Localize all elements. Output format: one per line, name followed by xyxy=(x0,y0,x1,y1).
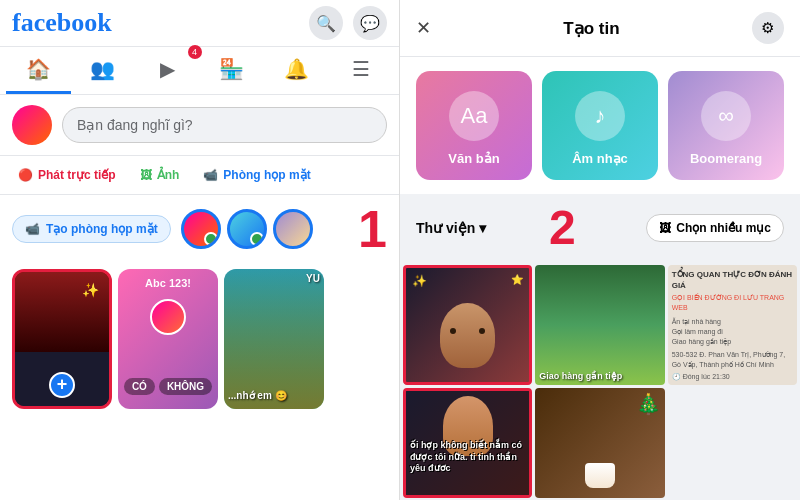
tab-watch[interactable]: ▶ 4 xyxy=(135,47,200,94)
food-bg-overlay xyxy=(224,269,324,409)
meme-text-overlay: ối hợp không biết nắm có được tôi nữa. t… xyxy=(410,440,525,475)
library-dropdown-icon: ▾ xyxy=(479,220,486,236)
sparkle-icon: ✨ xyxy=(82,282,99,298)
tab-marketplace[interactable]: 🏪 xyxy=(200,47,265,94)
nav-tabs: 🏠 👥 ▶ 4 🏪 🔔 ☰ xyxy=(0,47,399,95)
media-grid: ✨ ⭐ Giao hàng gần tiệp TỔNG QUAN THỰC ĐƠ… xyxy=(400,262,800,500)
room-button[interactable]: 📹 Phòng họp mặt xyxy=(193,162,320,188)
tab-notifications[interactable]: 🔔 xyxy=(264,47,329,94)
time-text: Đóng lúc 21:30 xyxy=(683,372,730,382)
room-label: Phòng họp mặt xyxy=(223,168,310,182)
messenger-icon[interactable]: 💬 xyxy=(353,6,387,40)
map-detail: GỌI BIẾN ĐƯỜNG ĐI LƯU TRANG WEB xyxy=(672,293,793,313)
post-box: Bạn đang nghĩ gì? xyxy=(0,95,399,156)
tab-home[interactable]: 🏠 xyxy=(6,47,71,94)
library-text: Thư viện xyxy=(416,220,475,236)
map-location: 530-532 Đ. Phan Văn Trị, Phường 7, Gò Vấ… xyxy=(672,350,793,370)
map-address: Ăn tại nhà hàngGọi làm mang điGiao hàng … xyxy=(672,317,793,346)
library-label[interactable]: Thư viện ▾ xyxy=(416,220,486,236)
story-card-3-tag: YU xyxy=(306,273,320,284)
map-text-overlay: TỔNG QUAN THỰC ĐƠN ĐÁNH GIÁ GỌI BIẾN ĐƯỜ… xyxy=(668,265,797,385)
number-1-label: 1 xyxy=(358,203,387,255)
food-cell-text: Giao hàng gần tiệp xyxy=(539,371,660,381)
boomerang-story-label: Boomerang xyxy=(690,151,762,166)
create-room-button[interactable]: 📹 Tạo phòng họp mặt xyxy=(12,215,171,243)
story-type-music[interactable]: ♪ Âm nhạc xyxy=(542,71,658,180)
music-story-icon: ♪ xyxy=(575,91,625,141)
star-overlay: ⭐ xyxy=(511,274,523,285)
media-cell-meme[interactable]: ối hợp không biết nắm có được tôi nữa. t… xyxy=(403,388,532,498)
facebook-logo: facebook xyxy=(12,8,112,38)
story-avatar-3[interactable] xyxy=(273,209,313,249)
map-title: TỔNG QUAN THỰC ĐƠN ĐÁNH GIÁ xyxy=(672,269,793,291)
header-icons: 🔍 💬 xyxy=(309,6,387,40)
text-story-label: Văn bản xyxy=(448,151,499,166)
right-panel: ✕ Tạo tin ⚙ Aa Văn bản ♪ Âm nhạc ∞ Boome… xyxy=(400,0,800,500)
live-icon: 🔴 xyxy=(18,168,33,182)
story-avatars xyxy=(181,209,313,249)
left-eye xyxy=(450,328,456,334)
story-type-cards: Aa Văn bản ♪ Âm nhạc ∞ Boomerang xyxy=(400,57,800,194)
sparkle-overlay: ✨ xyxy=(412,274,427,288)
media-cell-coffee[interactable]: 🎄 xyxy=(535,388,664,498)
right-eye xyxy=(479,328,485,334)
story-cards: + ✨ Abc 123! CÓ KHÔNG ...nhớ em 😊 YU xyxy=(0,263,399,415)
clock-icon: 🕘 xyxy=(672,372,681,382)
search-icon[interactable]: 🔍 xyxy=(309,6,343,40)
left-panel: facebook 🔍 💬 🏠 👥 ▶ 4 🏪 🔔 ☰ Bạn đang nghĩ… xyxy=(0,0,400,500)
tab-menu[interactable]: ☰ xyxy=(329,47,394,94)
media-cell-person[interactable]: ✨ ⭐ xyxy=(403,265,532,385)
live-button[interactable]: 🔴 Phát trực tiếp xyxy=(8,162,126,188)
story-type-text[interactable]: Aa Văn bản xyxy=(416,71,532,180)
add-story-icon[interactable]: + xyxy=(49,372,75,398)
tree-icon: 🎄 xyxy=(636,392,661,416)
photo-button[interactable]: 🖼 Ảnh xyxy=(130,162,190,188)
story-card-add[interactable]: + ✨ xyxy=(12,269,112,409)
select-multiple-label: Chọn nhiều mục xyxy=(676,221,771,235)
story-avatar-2[interactable] xyxy=(227,209,267,249)
select-multiple-button[interactable]: 🖼 Chọn nhiều mục xyxy=(646,214,784,242)
story-card-3[interactable]: ...nhớ em 😊 YU xyxy=(224,269,324,409)
tab-friends[interactable]: 👥 xyxy=(71,47,136,94)
media-cell-food[interactable]: Giao hàng gần tiệp xyxy=(535,265,664,385)
story-card-2[interactable]: Abc 123! CÓ KHÔNG xyxy=(118,269,218,409)
no-button[interactable]: KHÔNG xyxy=(159,378,212,395)
photo-label: Ảnh xyxy=(157,168,180,182)
action-buttons: 🔴 Phát trực tiếp 🖼 Ảnh 📹 Phòng họp mặt xyxy=(0,156,399,195)
post-placeholder: Bạn đang nghĩ gì? xyxy=(77,117,193,133)
photo-icon: 🖼 xyxy=(140,168,152,182)
create-room-label: Tạo phòng họp mặt xyxy=(46,222,158,236)
fb-header: facebook 🔍 💬 xyxy=(0,0,399,47)
text-story-icon: Aa xyxy=(449,91,499,141)
rp-header: ✕ Tạo tin ⚙ xyxy=(400,0,800,57)
yes-button[interactable]: CÓ xyxy=(124,378,155,395)
person-face xyxy=(440,303,495,368)
media-cell-map[interactable]: TỔNG QUAN THỰC ĐƠN ĐÁNH GIÁ GỌI BIẾN ĐƯỜ… xyxy=(668,265,797,385)
story-card-2-avatar xyxy=(150,299,186,335)
settings-button[interactable]: ⚙ xyxy=(752,12,784,44)
story-type-boomerang[interactable]: ∞ Boomerang xyxy=(668,71,784,180)
user-avatar xyxy=(12,105,52,145)
music-story-label: Âm nhạc xyxy=(572,151,628,166)
story-card-2-text: Abc 123! xyxy=(145,277,191,289)
poll-buttons: CÓ KHÔNG xyxy=(118,378,218,395)
create-room-icon: 📹 xyxy=(25,222,40,236)
boomerang-story-icon: ∞ xyxy=(701,91,751,141)
library-section: Thư viện ▾ 2 🖼 Chọn nhiều mục xyxy=(400,194,800,262)
number-2-label: 2 xyxy=(549,204,576,252)
create-story-title: Tạo tin xyxy=(563,18,619,39)
select-multiple-icon: 🖼 xyxy=(659,221,671,235)
coffee-cup xyxy=(585,463,615,488)
map-hours: 🕘 Đóng lúc 21:30 xyxy=(672,372,793,382)
room-icon: 📹 xyxy=(203,168,218,182)
stories-header: 📹 Tạo phòng họp mặt 1 xyxy=(0,195,399,263)
close-button[interactable]: ✕ xyxy=(416,17,431,39)
post-input[interactable]: Bạn đang nghĩ gì? xyxy=(62,107,387,143)
live-label: Phát trực tiếp xyxy=(38,168,116,182)
story-card-3-text: ...nhớ em 😊 xyxy=(228,390,320,401)
story-avatar-1[interactable] xyxy=(181,209,221,249)
